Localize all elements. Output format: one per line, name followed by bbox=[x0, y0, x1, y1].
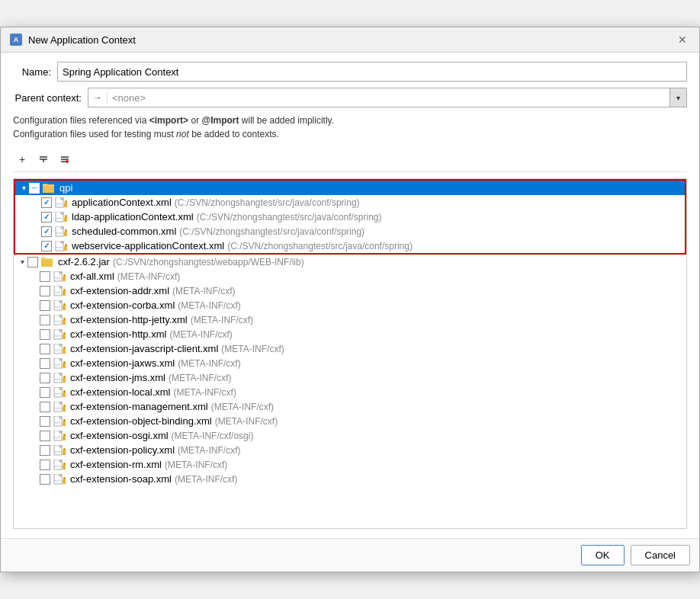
tree-item-cxfaddr[interactable]: </> cxf-extension-addr.xml (META-INF/cxf… bbox=[14, 283, 686, 298]
name-input[interactable] bbox=[57, 62, 687, 82]
tree-item-checkbox[interactable] bbox=[40, 286, 50, 296]
tree-item-checkbox[interactable] bbox=[40, 460, 50, 470]
tree-item-name: webservice-applicationContext.xml bbox=[72, 240, 224, 251]
tree-item-name: cxf-extension-local.xml bbox=[70, 386, 171, 398]
tree-item-checkbox[interactable] bbox=[40, 358, 50, 369]
tree-item-ldap[interactable]: </> ldap-applicationContext.xml (C:/SVN/… bbox=[15, 210, 685, 224]
file-icon: </> bbox=[55, 212, 69, 223]
new-application-context-dialog: A New Application Context ✕ Name: Parent… bbox=[0, 27, 700, 572]
folder-icon bbox=[43, 183, 56, 194]
tree-item-cxfcorba[interactable]: </> cxf-extension-corba.xml (META-INF/cx… bbox=[14, 298, 686, 312]
tree-item-cxfjaxws[interactable]: </> cxf-extension-jaxws.xml (META-INF/cx… bbox=[14, 356, 686, 370]
tree-item-checkbox[interactable] bbox=[40, 329, 50, 340]
tree-item-path: (META-INF/cxf) bbox=[215, 416, 278, 427]
tree-item-cxfjms[interactable]: </> cxf-extension-jms.xml (META-INF/cxf) bbox=[14, 370, 686, 385]
parent-context-row: Parent context: → <none> ▾ bbox=[13, 88, 687, 107]
tree-item-checkbox[interactable] bbox=[40, 315, 50, 325]
tree-item-name: cxf-extension-javascript-client.xml bbox=[70, 343, 218, 354]
tree-item-appCtx[interactable]: </> applicationContext.xml (C:/SVN/zhong… bbox=[15, 195, 685, 210]
tree-item-name: cxf-all.xml bbox=[70, 271, 114, 282]
tree-item-checkbox[interactable] bbox=[41, 241, 52, 251]
svg-text:</>: </> bbox=[55, 334, 61, 338]
tree-item-name: cxf-extension-object-binding.xml bbox=[70, 415, 212, 427]
file-icon: </> bbox=[53, 416, 67, 427]
tree-item-name: cxf-extension-management.xml bbox=[70, 401, 208, 412]
tree-item-webservice[interactable]: </> webservice-applicationContext.xml (C… bbox=[15, 239, 685, 253]
svg-rect-76 bbox=[63, 349, 66, 354]
remove-all-button[interactable] bbox=[56, 150, 74, 168]
svg-text:</>: </> bbox=[55, 392, 61, 396]
tree-item-qpi[interactable]: ▾ qpi bbox=[15, 181, 685, 195]
tree-item-cxfhttp-jetty[interactable]: </> cxf-extension-http-jetty.xml (META-I… bbox=[14, 312, 686, 327]
tree-item-path: (META-INF/cxf) bbox=[221, 344, 284, 354]
svg-text:A: A bbox=[14, 36, 19, 43]
tree-item-cxfall[interactable]: </> cxf-all.xml (META-INF/cxf) bbox=[14, 269, 686, 283]
tree-item-name: cxf-extension-policy.xml bbox=[70, 444, 175, 456]
file-tree[interactable]: ▾ qpi </> applicationContext.xml (C:/SVN… bbox=[13, 178, 687, 529]
dialog-body: Name: Parent context: → <none> ▾ Configu… bbox=[1, 53, 699, 538]
tree-item-checkbox[interactable] bbox=[41, 197, 52, 208]
file-icon: </> bbox=[53, 300, 67, 311]
svg-text:</>: </> bbox=[55, 435, 61, 439]
tree-item-name: ldap-applicationContext.xml bbox=[72, 211, 194, 223]
title-bar-left: A New Application Context bbox=[10, 34, 136, 46]
tree-item-checkbox[interactable] bbox=[29, 183, 40, 194]
file-icon: </> bbox=[53, 344, 67, 354]
tree-item-cxflocal[interactable]: </> cxf-extension-local.xml (META-INF/cx… bbox=[14, 385, 686, 399]
info-text-block: Configuration files referenced via <impo… bbox=[13, 114, 687, 141]
tree-item-checkbox[interactable] bbox=[40, 445, 50, 456]
file-icon: </> bbox=[53, 460, 67, 470]
svg-rect-46 bbox=[63, 277, 66, 281]
tree-item-path: (META-INF/cxf) bbox=[174, 387, 236, 398]
parent-context-dropdown-button[interactable]: ▾ bbox=[669, 88, 686, 107]
tree-item-cxfjs[interactable]: </> cxf-extension-javascript-client.xml … bbox=[14, 341, 686, 356]
tree-item-checkbox[interactable] bbox=[41, 212, 52, 223]
parent-context-input[interactable]: → <none> ▾ bbox=[88, 88, 687, 107]
tree-item-cxfpolicy[interactable]: </> cxf-extension-policy.xml (META-INF/c… bbox=[14, 443, 686, 457]
tree-item-path: (META-INF/cxf) bbox=[169, 373, 231, 383]
tree-item-cxfosgi[interactable]: </> cxf-extension-osgi.xml (META-INF/cxf… bbox=[14, 428, 686, 443]
file-icon: </> bbox=[53, 431, 67, 441]
tree-item-checkbox[interactable] bbox=[40, 416, 50, 427]
file-icon: </> bbox=[53, 402, 67, 412]
tree-item-path: (META-INF/cxf) bbox=[175, 474, 237, 485]
tree-item-cxfhttp[interactable]: </> cxf-extension-http.xml (META-INF/cxf… bbox=[14, 327, 686, 341]
svg-rect-124 bbox=[63, 465, 66, 469]
tree-item-name: cxf-extension-rm.xml bbox=[70, 459, 162, 470]
tree-item-checkbox[interactable] bbox=[40, 373, 50, 383]
tree-item-checkbox[interactable] bbox=[40, 387, 50, 398]
tree-item-checkbox[interactable] bbox=[40, 271, 50, 282]
tree-item-cxfmgmt[interactable]: </> cxf-extension-management.xml (META-I… bbox=[14, 399, 686, 414]
file-icon: </> bbox=[53, 387, 67, 398]
tree-item-checkbox[interactable] bbox=[40, 300, 50, 311]
tree-item-checkbox[interactable] bbox=[27, 257, 38, 267]
tree-item-cxf[interactable]: ▾ cxf-2.6.2.jar (C:/SVN/zhongshangtest/w… bbox=[14, 255, 686, 269]
tree-item-name: cxf-extension-corba.xml bbox=[70, 300, 175, 311]
tree-item-checkbox[interactable] bbox=[41, 226, 52, 237]
close-button[interactable]: ✕ bbox=[675, 32, 690, 47]
tree-item-checkbox[interactable] bbox=[40, 402, 50, 412]
tree-item-checkbox[interactable] bbox=[40, 431, 50, 441]
remove-button[interactable] bbox=[34, 150, 53, 168]
tree-item-scheduled[interactable]: </> scheduled-common.xml (C:/SVN/zhongsh… bbox=[15, 224, 685, 239]
svg-rect-24 bbox=[64, 217, 67, 222]
svg-rect-130 bbox=[63, 479, 66, 484]
tree-item-cxfobjbind[interactable]: </> cxf-extension-object-binding.xml (ME… bbox=[14, 414, 686, 428]
tree-item-path: (META-INF/cxf) bbox=[169, 329, 232, 340]
tree-item-checkbox[interactable] bbox=[40, 344, 50, 354]
cancel-button[interactable]: Cancel bbox=[631, 545, 690, 565]
file-icon: </> bbox=[53, 286, 67, 296]
svg-text:</>: </> bbox=[55, 479, 61, 482]
tree-item-name: scheduled-common.xml bbox=[72, 226, 176, 237]
tree-item-cxfrm[interactable]: </> cxf-extension-rm.xml (META-INF/cxf) bbox=[14, 457, 686, 472]
tree-item-cxfsoap[interactable]: </> cxf-extension-soap.xml (META-INF/cxf… bbox=[14, 472, 686, 486]
svg-text:</>: </> bbox=[55, 450, 61, 453]
add-button[interactable]: + bbox=[13, 150, 31, 168]
tree-item-checkbox[interactable] bbox=[40, 474, 50, 485]
svg-text:</>: </> bbox=[56, 245, 63, 249]
ok-button[interactable]: OK bbox=[581, 545, 625, 565]
tree-item-path: (META-INF/cxf) bbox=[178, 445, 240, 456]
file-icon: </> bbox=[55, 197, 69, 208]
svg-rect-100 bbox=[63, 407, 66, 412]
tree-item-name: cxf-extension-jaxws.xml bbox=[70, 357, 175, 369]
